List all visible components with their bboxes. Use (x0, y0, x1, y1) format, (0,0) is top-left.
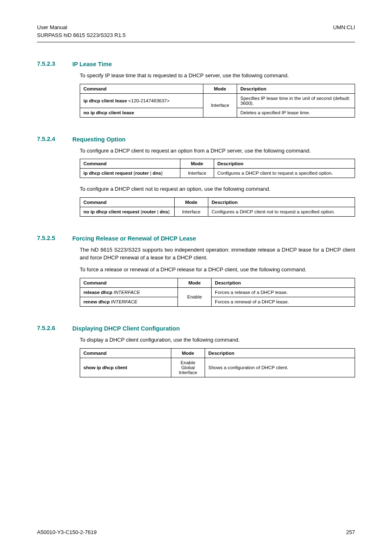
section-heading: 7.5.2.5Forcing Release or Renewal of DHC… (37, 235, 355, 242)
section-number: 7.5.2.5 (37, 235, 72, 241)
cell-description: Specifies IP lease time in the unit of s… (237, 93, 355, 108)
cell-description: Configures a DHCP client to request a sp… (214, 169, 355, 178)
table-row: renew dhcp INTERFACEForces a renewal of … (80, 297, 355, 306)
cell-mode: EnableGlobalInterface (171, 358, 205, 377)
cell-description: Forces a release of a DHCP lease. (212, 287, 355, 297)
page: User Manual SURPASS hiD 6615 S223/S323 R… (0, 0, 392, 555)
command-table: CommandModeDescriptionshow ip dhcp clien… (80, 348, 355, 377)
paragraph: To configure a DHCP client to request an… (80, 147, 355, 155)
table-row: ip dhcp client lease <120-2147483637>Int… (80, 93, 355, 108)
cell-command: show ip dhcp client (80, 358, 171, 377)
footer-right: 257 (346, 529, 355, 535)
section-title: Forcing Release or Renewal of DHCP Lease (72, 235, 196, 242)
section-body: To configure a DHCP client to request an… (80, 147, 355, 217)
table-header-mode: Mode (180, 159, 214, 169)
cell-command: ip dhcp client request {router | dns} (80, 169, 180, 178)
table-header-description: Description (237, 84, 355, 93)
cmd-fragment: dns (160, 209, 168, 214)
footer-left: A50010-Y3-C150-2-7619 (37, 529, 97, 535)
cmd-fragment: | (149, 171, 152, 176)
section-heading: 7.5.2.6Displaying DHCP Client Configurat… (37, 325, 355, 332)
section-heading: 7.5.2.4Requesting Option (37, 136, 355, 143)
cell-description: Shows a configuration of DHCP client. (205, 358, 355, 377)
command-table: CommandModeDescriptionrelease dhcp INTER… (80, 278, 355, 307)
header-right: UMN:CLI (333, 24, 355, 39)
cell-description: Forces a renewal of a DHCP lease. (212, 297, 355, 306)
paragraph: To specify IP lease time that is request… (80, 72, 355, 80)
section-heading: 7.5.2.3IP Lease Time (37, 60, 355, 68)
section-number: 7.5.2.6 (37, 325, 72, 331)
page-header: User Manual SURPASS hiD 6615 S223/S323 R… (37, 24, 355, 39)
paragraph: The hiD 6615 S223/S323 supports two inde… (80, 246, 355, 262)
cmd-fragment: ip dhcp client request (83, 171, 134, 176)
header-left-line1: User Manual (37, 24, 126, 32)
table-header-mode: Mode (175, 198, 208, 207)
table-header-description: Description (208, 198, 355, 207)
table-header-command: Command (80, 278, 178, 287)
mode-line: Global (175, 365, 201, 370)
cmd-fragment: dns (153, 171, 161, 176)
table-row: no ip dhcp client request {router | dns}… (80, 207, 355, 217)
command-table: CommandModeDescriptionip dhcp client req… (80, 159, 355, 178)
cell-mode: Interface (203, 93, 237, 117)
section-title: IP Lease Time (72, 61, 112, 67)
table-row: show ip dhcp clientEnableGlobalInterface… (80, 358, 355, 377)
table-header-mode: Mode (171, 348, 205, 358)
cmd-fragment: show ip dhcp client (83, 365, 127, 370)
cmd-fragment: | (156, 209, 159, 214)
cmd-fragment: } (161, 171, 163, 176)
cmd-fragment: INTERFACE (111, 299, 137, 304)
section-body: The hiD 6615 S223/S323 supports two inde… (80, 246, 355, 307)
header-left: User Manual SURPASS hiD 6615 S223/S323 R… (37, 24, 126, 39)
table-header-command: Command (80, 348, 171, 358)
table-header-description: Description (214, 159, 355, 169)
cell-description: Deletes a specified IP lease time. (237, 108, 355, 117)
cell-command: no ip dhcp client lease (80, 108, 203, 117)
mode-line: Interface (175, 370, 201, 375)
table-header-description: Description (212, 278, 355, 287)
cmd-fragment: } (168, 209, 170, 214)
cmd-fragment: router (135, 171, 149, 176)
table-header-description: Description (205, 348, 355, 358)
table-row: release dhcp INTERFACEEnableForces a rel… (80, 287, 355, 297)
paragraph: To configure a DHCP client not to reques… (80, 185, 355, 193)
section-body: To specify IP lease time that is request… (80, 72, 355, 118)
section-body: To display a DHCP client configuration, … (80, 336, 355, 377)
cmd-fragment: INTERFACE (114, 290, 140, 295)
cell-description: Configures a DHCP client not to request … (208, 207, 355, 217)
cmd-fragment: no ip dhcp client lease (83, 110, 134, 115)
section-number: 7.5.2.3 (37, 60, 72, 67)
mode-line: Enable (175, 360, 201, 365)
cell-command: release dhcp INTERFACE (80, 287, 178, 297)
command-table: CommandModeDescriptionno ip dhcp client … (80, 197, 355, 217)
cmd-fragment: no ip dhcp client request (83, 209, 141, 214)
cell-mode: Interface (175, 207, 208, 217)
cmd-fragment: <120-2147483637> (128, 98, 169, 103)
table-header-mode: Mode (203, 84, 237, 93)
table-row: ip dhcp client request {router | dns}Int… (80, 169, 355, 178)
header-rule (37, 42, 355, 42)
cell-command: renew dhcp INTERFACE (80, 297, 178, 306)
cell-command: no ip dhcp client request {router | dns} (80, 207, 175, 217)
section-number: 7.5.2.4 (37, 136, 72, 142)
table-header-command: Command (80, 198, 175, 207)
cell-command: ip dhcp client lease <120-2147483637> (80, 93, 203, 108)
command-table: CommandModeDescriptionip dhcp client lea… (80, 84, 355, 118)
section-title: Requesting Option (72, 136, 126, 143)
cmd-fragment: router (142, 209, 156, 214)
table-header-command: Command (80, 159, 180, 169)
cmd-fragment: ip dhcp client lease (83, 98, 128, 103)
cell-mode: Enable (178, 287, 212, 306)
header-left-line2: SURPASS hiD 6615 S223/S323 R1.5 (37, 32, 126, 39)
cell-mode: Interface (180, 169, 214, 178)
paragraph: To display a DHCP client configuration, … (80, 336, 355, 344)
paragraph: To force a release or renewal of a DHCP … (80, 266, 355, 274)
cmd-fragment: release dhcp (83, 290, 114, 295)
table-header-mode: Mode (178, 278, 212, 287)
table-header-command: Command (80, 84, 203, 93)
page-footer: A50010-Y3-C150-2-7619 257 (37, 529, 355, 535)
section-title: Displaying DHCP Client Configuration (72, 325, 180, 332)
cmd-fragment: renew dhcp (83, 299, 111, 304)
